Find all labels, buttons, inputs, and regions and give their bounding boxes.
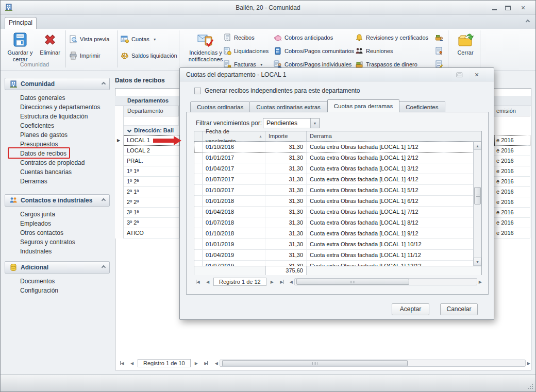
nav-first-button[interactable]: ◀ (194, 278, 202, 285)
sidebar-section-contactos[interactable]: Contactos e industriales (5, 194, 110, 207)
sidebar-item[interactable]: Contratos de propiedad (5, 158, 110, 167)
dialog-tab[interactable]: Cuotas ordinarias extras (250, 101, 327, 112)
table-row[interactable]: 01/07/2017 31,30 Cuota extra Obras facha… (194, 174, 474, 185)
dialog-maximize-button[interactable] (454, 71, 465, 79)
eliminar-button[interactable]: Eliminar (36, 30, 64, 62)
table-row[interactable]: 01/07/2018 31,30 Cuota extra Obras facha… (194, 217, 474, 228)
cuotas-button[interactable]: Cuotas ▼ (121, 34, 157, 44)
hscroll-left-arrow[interactable]: ◀ (215, 361, 218, 366)
filter-dropdown[interactable]: Pendientes ▼ (263, 118, 320, 128)
tab-principal[interactable]: Principal (5, 17, 37, 29)
sidebar-item[interactable]: Configuración (5, 286, 110, 295)
department-row[interactable]: LOCAL 2 (124, 146, 179, 156)
column-header-departamento[interactable]: Departamento (124, 106, 179, 116)
recibos-button[interactable]: Recibos (223, 32, 255, 43)
sidebar-item[interactable]: Datos generales (5, 93, 110, 103)
scrollbar-thumb[interactable] (296, 279, 409, 285)
department-row[interactable]: 2º 2ª (124, 197, 179, 208)
nav-next-button[interactable]: ▶ (268, 278, 276, 285)
dialog-tab[interactable]: Cuotas ordinarias (190, 101, 250, 112)
maximize-button[interactable] (502, 4, 513, 12)
incidencias-button[interactable]: Incidencias y notificaciones (182, 30, 229, 62)
department-row[interactable]: 3º 2ª (124, 218, 179, 228)
scrollbar-thumb[interactable] (222, 360, 408, 366)
vscroll-down-arrow[interactable]: ▼ (474, 258, 481, 266)
column-header-derrama[interactable]: Derrama (307, 131, 481, 141)
certificado-icon-button[interactable] (435, 46, 443, 56)
table-row[interactable]: 01/01/2017 31,30 Cuota extra Obras facha… (194, 152, 474, 163)
horizontal-scrollbar[interactable] (294, 278, 477, 285)
cerrar-button[interactable]: Cerrar (451, 30, 480, 62)
vista-previa-button[interactable]: Vista previa (69, 34, 109, 44)
liquidaciones-button[interactable]: Liquidaciones (223, 46, 269, 56)
table-row[interactable]: 01/10/2017 31,30 Cuota extra Obras facha… (194, 185, 474, 196)
sidebar-item[interactable]: Derramas (5, 177, 110, 186)
vertical-scrollbar[interactable]: ▲ ▼ (473, 142, 481, 266)
department-row[interactable]: 2ª 1ª (124, 187, 179, 197)
sidebar-item[interactable]: Industriales (5, 247, 110, 256)
sidebar-item[interactable]: Cuentas bancarias (5, 167, 110, 177)
dialog-tab[interactable]: Coeficientes (399, 101, 445, 112)
minimize-button[interactable] (489, 4, 499, 12)
column-header-emision[interactable]: emisión (494, 106, 530, 116)
hscroll-right-arrow[interactable]: ▶ (479, 280, 482, 284)
nav-prev-button[interactable]: ◀ (204, 278, 212, 285)
table-row[interactable]: 01/10/2016 31,30 Cuota extra Obras facha… (194, 142, 474, 152)
revisiones-button[interactable]: Revisiones y certificados (355, 32, 428, 43)
horizontal-scrollbar[interactable] (220, 360, 526, 367)
column-header-importe[interactable]: Importe (265, 131, 307, 141)
cell-importe: 31,30 (265, 261, 307, 266)
sidebar-item[interactable]: Empleados (5, 219, 110, 228)
aceptar-button[interactable]: Aceptar (392, 303, 429, 315)
nav-next-button[interactable]: ▶ (192, 360, 200, 367)
dialog-tab[interactable]: Cuotas para derramas (327, 99, 399, 112)
table-row[interactable]: 01/04/2018 31,30 Cuota extra Obras facha… (194, 207, 474, 217)
nav-last-button[interactable]: ▶ (278, 278, 286, 285)
sidebar-item[interactable]: Planes de gastos (5, 130, 110, 140)
grid-group-row[interactable]: Dirección: Bail (124, 126, 179, 135)
sidebar-item[interactable]: Seguros y contratos (5, 237, 110, 247)
traspaso-persona-icon-button[interactable] (435, 32, 443, 43)
sidebar-item[interactable]: Otros contactos (5, 228, 110, 237)
sidebar-item[interactable]: Cargos junta (5, 210, 110, 219)
nav-prev-button[interactable]: ◀ (128, 360, 136, 367)
saldos-button[interactable]: Saldos liquidación (121, 50, 177, 61)
reuniones-button[interactable]: Reuniones (355, 46, 393, 56)
sidebar-item[interactable]: Coeficientes (5, 121, 110, 130)
resize-grip-icon[interactable] (528, 384, 533, 389)
table-row[interactable]: 01/04/2019 31,30 Cuota extra Obras facha… (194, 250, 474, 261)
sidebar-section-comunidad[interactable]: Comunidad (5, 78, 110, 90)
cobros-comunitarios-button[interactable]: Cobros/Pagos comunitarios (274, 46, 354, 56)
dropdown-button[interactable]: ▼ (310, 118, 319, 128)
close-button[interactable]: × (518, 4, 528, 12)
column-header-fecha[interactable]: Fecha de vencimiento ▲ (203, 131, 265, 141)
sidebar-item[interactable]: Documentos (5, 277, 110, 286)
department-row[interactable]: PRAL. (124, 156, 179, 166)
table-row[interactable]: 01/10/2018 31,30 Cuota extra Obras facha… (194, 228, 474, 239)
ribbon-collapse-icon[interactable] (526, 20, 530, 24)
department-row[interactable]: ATICO (124, 228, 179, 238)
sidebar-section-adicional[interactable]: Adicional (5, 261, 110, 274)
cancelar-button[interactable]: Cancelar (440, 303, 478, 315)
grid-filter-row[interactable] (124, 116, 179, 126)
department-row[interactable]: 3º 1ª (124, 208, 179, 218)
table-row[interactable]: 01/01/2018 31,30 Cuota extra Obras facha… (194, 196, 474, 207)
vscrollbar-thumb[interactable] (474, 187, 481, 204)
dialog-close-button[interactable]: × (471, 71, 482, 79)
department-row[interactable]: 1º 2ª (124, 177, 179, 187)
guardar-button[interactable]: Guardar y cerrar (6, 30, 35, 62)
sidebar-item[interactable]: Direcciones y departamentos (5, 103, 110, 112)
table-row[interactable]: 01/01/2019 31,30 Cuota extra Obras facha… (194, 239, 474, 250)
table-row[interactable]: 01/07/2019 31,30 Cuota extra Obras facha… (194, 261, 474, 266)
checkbox[interactable] (194, 88, 201, 94)
hscroll-left-arrow[interactable]: ◀ (290, 280, 293, 284)
table-row[interactable]: 01/04/2017 31,30 Cuota extra Obras facha… (194, 163, 474, 174)
cobros-anticipados-button[interactable]: Cobros anticipados (274, 32, 333, 43)
sidebar-item[interactable]: Estructura de liquidación (5, 112, 110, 121)
imprimir-button[interactable]: Imprimir (69, 50, 100, 61)
nav-first-button[interactable]: ◀ (118, 360, 126, 367)
department-row[interactable]: 1º 1ª (124, 166, 179, 177)
hscroll-right-arrow[interactable]: ▶ (527, 361, 530, 366)
vscroll-up-arrow[interactable]: ▲ (474, 142, 481, 150)
nav-last-button[interactable]: ▶ (202, 360, 210, 367)
